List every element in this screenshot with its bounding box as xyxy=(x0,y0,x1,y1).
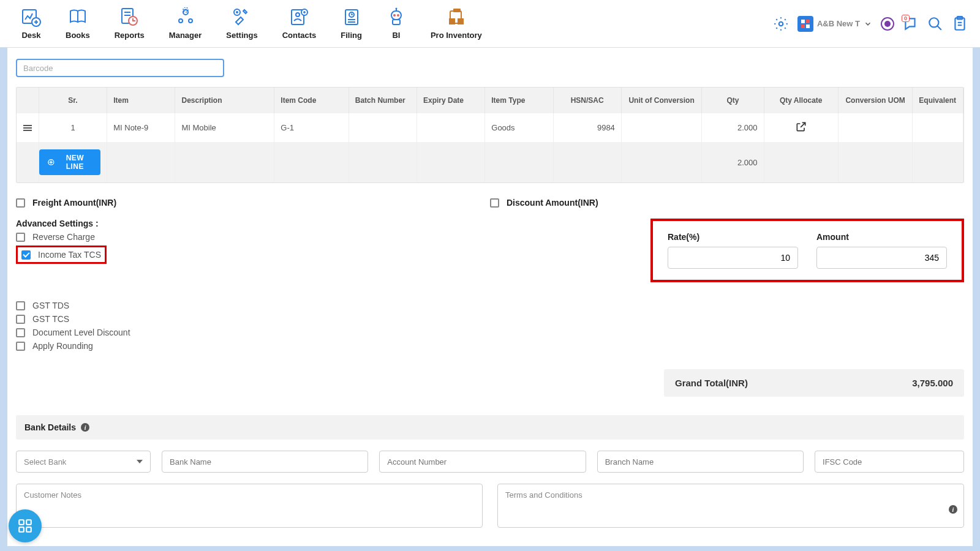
cell-uoc xyxy=(621,113,702,142)
cell-qty: 2.000 xyxy=(702,113,764,142)
plus-circle-icon xyxy=(48,159,55,166)
nav-reports[interactable]: Reports xyxy=(115,7,145,40)
notifications[interactable]: 0 xyxy=(903,16,919,32)
checkbox-checked-icon xyxy=(21,250,31,260)
nav-label: Books xyxy=(66,31,90,40)
col-expiry: Expiry Date xyxy=(417,88,485,113)
doc-disc-row[interactable]: Document Level Discount xyxy=(16,328,964,337)
col-code: Item Code xyxy=(274,88,349,113)
new-line-button[interactable]: NEW LINE xyxy=(39,149,100,175)
search-icon[interactable] xyxy=(927,16,943,32)
doc-disc-label: Document Level Discount xyxy=(32,328,130,337)
svg-rect-32 xyxy=(806,20,810,23)
col-allocate: Qty Allocate xyxy=(764,88,838,113)
cell-equiv xyxy=(913,113,963,142)
sheet: Sr. Item Description Item Code Batch Num… xyxy=(7,48,973,546)
inventory-icon xyxy=(447,7,466,27)
income-tcs-highlight: Income Tax TCS xyxy=(16,246,107,264)
terms-placeholder: Terms and Conditions xyxy=(505,490,582,500)
income-tcs-row[interactable]: Income Tax TCS xyxy=(21,250,101,260)
gear-icon[interactable] xyxy=(773,16,789,32)
cell-desc: MI Mobile xyxy=(175,113,274,142)
bank-details-section: Bank Details i Select Bank Customer Note… xyxy=(16,415,964,528)
svg-point-22 xyxy=(397,14,399,17)
table-row[interactable]: 1 MI Note-9 MI Mobile G-1 Goods 9984 2.0… xyxy=(17,113,963,142)
grand-total-label: Grand Total(INR) xyxy=(675,378,748,388)
filing-icon xyxy=(342,7,361,27)
new-badge[interactable] xyxy=(881,17,894,31)
barcode-input[interactable] xyxy=(16,59,224,77)
svg-rect-49 xyxy=(26,520,31,525)
col-conv-uom: Conversion UOM xyxy=(838,88,912,113)
gst-tcs-row[interactable]: GST TCS xyxy=(16,314,964,324)
cell-allocate[interactable] xyxy=(764,113,838,142)
notes-placeholder: Customer Notes xyxy=(24,490,81,500)
col-hsn: HSN/SAC xyxy=(553,88,621,113)
nav-bi[interactable]: BI xyxy=(386,7,406,40)
svg-line-36 xyxy=(937,26,941,30)
checkbox-icon xyxy=(490,198,499,208)
amount-input[interactable] xyxy=(816,247,947,269)
svg-point-9 xyxy=(189,19,192,23)
nav-desk[interactable]: Desk xyxy=(21,7,41,40)
svg-point-12 xyxy=(236,11,238,13)
popout-icon xyxy=(795,121,807,133)
info-icon[interactable]: i xyxy=(949,505,957,514)
account-number-input[interactable] xyxy=(379,451,586,473)
rate-label: Rate(%) xyxy=(668,232,798,242)
org-square-icon xyxy=(797,16,813,32)
nav-manager[interactable]: Manager xyxy=(169,7,202,40)
cell-code: G-1 xyxy=(274,113,349,142)
col-desc: Description xyxy=(175,88,274,113)
terms-conditions[interactable]: Terms and Conditions i xyxy=(497,484,964,528)
drag-handle-icon[interactable] xyxy=(23,124,32,132)
branch-name-input[interactable] xyxy=(597,451,804,473)
svg-point-8 xyxy=(179,19,183,23)
checkbox-icon xyxy=(16,315,25,324)
svg-rect-25 xyxy=(393,20,400,24)
svg-rect-48 xyxy=(19,520,24,525)
ifsc-input[interactable] xyxy=(815,451,964,473)
chevron-down-icon xyxy=(864,20,872,28)
nav-contacts[interactable]: Contacts xyxy=(282,7,317,40)
gst-tds-row[interactable]: GST TDS xyxy=(16,301,964,310)
clipboard-icon[interactable] xyxy=(952,16,968,32)
svg-point-21 xyxy=(393,14,396,17)
settings-icon xyxy=(232,7,252,27)
apply-round-row[interactable]: Apply Rounding xyxy=(16,341,964,351)
checkbox-icon xyxy=(16,301,25,310)
svg-point-30 xyxy=(779,21,783,26)
customer-notes[interactable]: Customer Notes xyxy=(16,484,483,528)
manager-icon xyxy=(176,7,195,27)
nav-label: Reports xyxy=(115,31,145,40)
org-selector[interactable]: A&B New T xyxy=(797,16,872,32)
freight-checkbox-row[interactable]: Freight Amount(INR) xyxy=(16,198,490,208)
nav-filing[interactable]: Filing xyxy=(341,7,362,40)
col-sr: Sr. xyxy=(39,88,107,113)
cell-sr: 1 xyxy=(39,113,107,142)
cell-item: MI Note-9 xyxy=(107,113,175,142)
reverse-label: Reverse Charge xyxy=(32,232,95,242)
svg-point-14 xyxy=(296,13,300,17)
svg-rect-28 xyxy=(449,18,455,24)
svg-rect-50 xyxy=(19,527,24,532)
cell-batch xyxy=(349,113,417,142)
svg-rect-29 xyxy=(458,18,464,24)
bank-name-input[interactable] xyxy=(162,451,368,473)
nav-settings[interactable]: Settings xyxy=(226,7,257,40)
discount-checkbox-row[interactable]: Discount Amount(INR) xyxy=(490,198,964,208)
discount-label: Discount Amount(INR) xyxy=(507,198,598,208)
options-row: Freight Amount(INR) Discount Amount(INR) xyxy=(7,188,973,211)
bank-select[interactable]: Select Bank xyxy=(16,451,151,473)
cell-hsn: 9984 xyxy=(553,113,621,142)
svg-rect-33 xyxy=(801,24,805,28)
books-icon xyxy=(68,7,88,27)
info-icon[interactable]: i xyxy=(81,423,89,432)
nav-pro-inventory[interactable]: Pro Inventory xyxy=(431,7,482,40)
nav-books[interactable]: Books xyxy=(66,7,90,40)
svg-point-24 xyxy=(395,8,397,10)
col-qty: Qty xyxy=(702,88,764,113)
rate-input[interactable] xyxy=(668,247,798,269)
help-float-button[interactable] xyxy=(9,509,42,542)
col-batch: Batch Number xyxy=(349,88,417,113)
